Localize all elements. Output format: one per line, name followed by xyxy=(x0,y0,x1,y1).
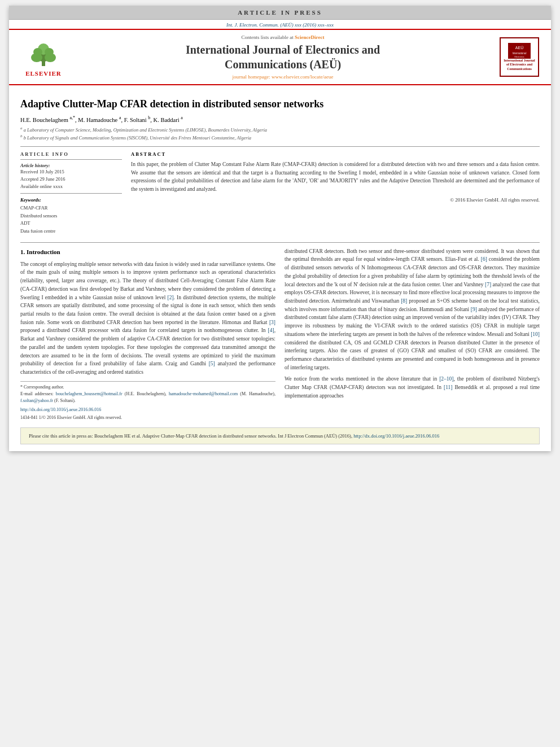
article-history-block: Article history: Received 10 July 2015 A… xyxy=(20,163,122,190)
authors-line: H.E. Bouchelaghem a,*, M. Hamadouche a, … xyxy=(20,115,540,123)
divider-1 xyxy=(20,146,540,147)
sciencedirect-link[interactable]: ScienceDirect xyxy=(295,34,324,40)
journal-ref-text: Int. J. Electron. Commun. (AEÜ) xxx (201… xyxy=(226,22,334,28)
available-date: Available online xxxx xyxy=(20,183,122,190)
citation-link[interactable]: http://dx.doi.org/10.1016/j.aeue.2016.06… xyxy=(353,433,439,439)
email1-link[interactable]: bouchelaghem_houssem@hotmail.fr xyxy=(56,391,123,396)
journal-title-line1: International Journal of Electronics and xyxy=(186,43,380,56)
abstract-text: In this paper, the problem of Clutter Ma… xyxy=(131,160,540,194)
doi-link[interactable]: http://dx.doi.org/10.1016/j.aeue.2016.06… xyxy=(20,407,101,412)
page: ARTICLE IN PRESS Int. J. Electron. Commu… xyxy=(9,6,551,451)
elsevier-tree-icon xyxy=(27,38,60,69)
affiliation-b: b b Laboratory of Signals and Communicat… xyxy=(20,133,540,142)
footnote-corresponding: * Corresponding author. xyxy=(20,384,275,391)
article-info-panel: ARTICLE INFO Article history: Received 1… xyxy=(20,151,122,235)
sciencedirect-line: Contents lists available at ScienceDirec… xyxy=(75,34,491,40)
aeu-badge-title: International Journalof Electronics andC… xyxy=(504,59,535,71)
aeu-badge-right: AEÜ International Electronics Internatio… xyxy=(497,37,542,77)
aeu-badge: AEÜ International Electronics Internatio… xyxy=(500,37,539,77)
email3-author: (F. Soltani). xyxy=(54,398,76,403)
elsevier-logo-left: ELSEVIER xyxy=(18,38,69,77)
keyword-3: ADT xyxy=(20,220,122,228)
aip-banner-text: ARTICLE IN PRESS xyxy=(238,9,322,16)
keyword-2: Distributed sensors xyxy=(20,212,122,220)
abstract-panel: ABSTRACT In this paper, the problem of C… xyxy=(131,151,540,235)
article-title: Adaptive Clutter-Map CFAR detection in d… xyxy=(20,98,540,111)
intro-para-2: distributed CFAR detectors. Both two sen… xyxy=(285,247,540,372)
article-content: Adaptive Clutter-Map CFAR detection in d… xyxy=(9,85,551,451)
citation-footer: Please cite this article in press as: Bo… xyxy=(20,427,540,445)
abstract-title: ABSTRACT xyxy=(131,151,540,157)
ref-9-link[interactable]: [9] xyxy=(471,307,477,312)
affiliation-a: a a Laboratory of Computer Science, Mode… xyxy=(20,125,540,134)
ref-10-link[interactable]: [10] xyxy=(531,331,540,337)
ref-5-link[interactable]: [5] xyxy=(209,361,215,366)
citation-text-prefix: Please cite this article in press as: Bo… xyxy=(29,433,353,439)
journal-title-line2: Communications (AEÜ) xyxy=(225,58,341,71)
issn-line: 1434-841 1/© 2016 Elsevier GmbH. All rig… xyxy=(20,414,275,421)
corresponding-label: * Corresponding author. xyxy=(20,385,64,390)
svg-text:International: International xyxy=(513,52,527,55)
aip-banner: ARTICLE IN PRESS xyxy=(9,6,551,20)
ref-8-link[interactable]: [8] xyxy=(401,298,407,304)
svg-text:Electronics: Electronics xyxy=(514,56,524,58)
svg-point-6 xyxy=(45,48,54,56)
intro-para-1: The concept of employing multiple sensor… xyxy=(20,260,275,377)
ref-3-link[interactable]: [3] xyxy=(269,320,275,325)
email1-author: (H.E. Bouchelaghem), xyxy=(125,391,167,396)
body-col-left: 1. Introduction The concept of employing… xyxy=(20,247,275,422)
footnote-emails: E-mail addresses: bouchelaghem_houssem@h… xyxy=(20,391,275,404)
journal-header: ELSEVIER Contents lists available at Sci… xyxy=(9,29,551,85)
keyword-4: Data fusion centre xyxy=(20,228,122,235)
keywords-title: Keywords: xyxy=(20,197,122,203)
sciencedirect-prefix: Contents lists available at xyxy=(242,34,295,40)
svg-text:AEÜ: AEÜ xyxy=(515,46,523,50)
journal-title-main: International Journal of Electronics and… xyxy=(75,42,491,72)
article-info-title: ARTICLE INFO xyxy=(20,151,122,157)
keywords-section: Keywords: CMAP-CFAR Distributed sensors … xyxy=(20,197,122,235)
doi-line: http://dx.doi.org/10.1016/j.aeue.2016.06… xyxy=(20,407,275,413)
email3-link[interactable]: f.soltan@yahoo.fr xyxy=(20,398,53,403)
journal-homepage: journal homepage: www.elsevier.com/locat… xyxy=(75,74,491,80)
body-col-right: distributed CFAR detectors. Both two sen… xyxy=(285,247,540,422)
homepage-prefix: journal homepage: xyxy=(233,74,272,80)
divider-2 xyxy=(20,242,540,243)
email2-link[interactable]: hamadouche-mohamed@hotmail.com xyxy=(169,391,238,396)
elsevier-wordmark: ELSEVIER xyxy=(25,70,62,77)
info-abstract-section: ARTICLE INFO Article history: Received 1… xyxy=(20,151,540,235)
email2-author: (M. Hamadouche), xyxy=(240,391,275,396)
ref-2-10-link[interactable]: [2–10] xyxy=(439,376,453,382)
history-label: Article history: xyxy=(20,163,122,168)
received-date: Received 10 July 2015 xyxy=(20,168,122,176)
ref-6-link[interactable]: [6] xyxy=(481,256,487,262)
keyword-1: CMAP-CFAR xyxy=(20,204,122,212)
ref-2-link[interactable]: [2] xyxy=(168,295,174,300)
ref-7-link[interactable]: [7] xyxy=(485,282,491,287)
body-section: 1. Introduction The concept of employing… xyxy=(20,247,540,422)
email-label: E-mail addresses: xyxy=(20,391,54,396)
aeu-logo-icon: AEÜ International Electronics xyxy=(508,43,531,59)
svg-point-5 xyxy=(33,48,42,56)
affiliations: a a Laboratory of Computer Science, Mode… xyxy=(20,125,540,142)
journal-ref-line: Int. J. Electron. Commun. (AEÜ) xxx (201… xyxy=(9,20,551,29)
footnotes-section: * Corresponding author. E-mail addresses… xyxy=(20,381,275,422)
journal-title-center: Contents lists available at ScienceDirec… xyxy=(75,34,491,80)
ref-4-link[interactable]: [4] xyxy=(268,327,274,333)
copyright-line: © 2016 Elsevier GmbH. All rights reserve… xyxy=(131,197,540,203)
intro-para-3: We notice from the works mentioned in th… xyxy=(285,375,540,400)
homepage-url[interactable]: www.elsevier.com/locate/aeue xyxy=(272,74,333,80)
intro-title: 1. Introduction xyxy=(20,247,275,257)
accepted-date: Accepted 29 June 2016 xyxy=(20,176,122,183)
ref-11-link[interactable]: [11] xyxy=(444,385,452,390)
